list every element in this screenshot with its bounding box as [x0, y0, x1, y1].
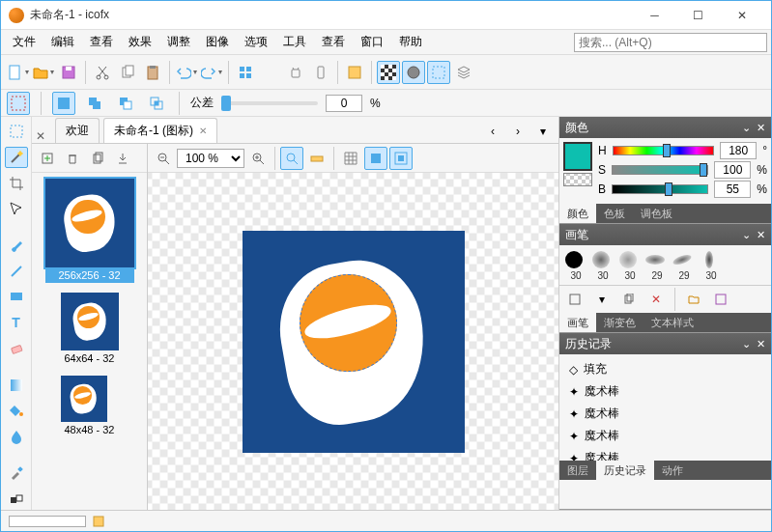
brush-preset[interactable]: 30	[699, 249, 724, 281]
fill-tool[interactable]	[5, 400, 28, 422]
eyedropper-tool[interactable]	[5, 462, 28, 485]
zoom-in-button[interactable]	[246, 147, 270, 170]
mask-button[interactable]	[402, 61, 425, 84]
brush-preset[interactable]: 30	[590, 249, 615, 281]
minimize-button[interactable]: ─	[633, 1, 676, 30]
tab-actions[interactable]: 动作	[654, 461, 691, 480]
bri-value[interactable]	[714, 181, 751, 198]
preview-button[interactable]	[343, 61, 366, 84]
canvas-viewport[interactable]	[148, 173, 558, 510]
brush-preset[interactable]: 30	[563, 249, 588, 281]
brush-new-icon[interactable]	[563, 288, 586, 311]
thumb-48[interactable]: 48x48 - 32	[61, 376, 119, 437]
brush-preset[interactable]: 30	[617, 249, 643, 281]
line-tool[interactable]	[5, 261, 28, 283]
history-item[interactable]: ✦魔术棒	[563, 425, 767, 447]
tab-close-icon[interactable]: ✕	[199, 126, 207, 136]
panel-close-icon[interactable]: ✕	[757, 122, 765, 134]
history-item[interactable]: ✦魔术棒	[563, 380, 767, 403]
menu-window[interactable]: 窗口	[353, 30, 391, 54]
copy-size-button[interactable]	[86, 147, 109, 170]
menu-view2[interactable]: 查看	[314, 30, 353, 54]
redo-button[interactable]: ▾	[200, 61, 223, 84]
brush-tool[interactable]	[5, 235, 28, 257]
sat-value[interactable]	[714, 161, 751, 179]
checker-button[interactable]	[377, 61, 400, 84]
tab-prev-button[interactable]: ‹	[481, 120, 504, 143]
layers-icon[interactable]	[452, 61, 475, 84]
brush-delete-icon[interactable]: ✕	[644, 288, 668, 311]
ruler-button[interactable]	[305, 147, 329, 170]
sel-add-icon[interactable]	[83, 92, 106, 115]
hue-slider[interactable]	[613, 146, 715, 155]
tolerance-slider[interactable]	[221, 101, 318, 105]
center-button[interactable]	[389, 147, 413, 170]
history-item[interactable]: ◇填充	[563, 358, 767, 380]
bounds-button[interactable]	[427, 61, 450, 84]
tab-layers[interactable]: 图层	[559, 461, 596, 480]
magic-wand-tool[interactable]	[5, 147, 28, 169]
panel-collapse-icon[interactable]: ⌄	[742, 122, 751, 134]
add-size-button[interactable]	[36, 147, 59, 170]
menu-effects[interactable]: 效果	[121, 30, 159, 54]
zoom-select[interactable]: 100 %	[177, 149, 244, 168]
brush-tab-gradient[interactable]: 渐变色	[596, 313, 643, 332]
sel-new-icon[interactable]	[52, 92, 75, 115]
brush-grid[interactable]: 30 30 30 29 29 30	[559, 245, 771, 285]
android-icon[interactable]	[284, 61, 307, 84]
menu-edit[interactable]: 编辑	[43, 30, 82, 54]
export-size-button[interactable]	[111, 147, 134, 170]
panel-close-icon[interactable]: ✕	[757, 338, 765, 350]
tab-document[interactable]: 未命名-1 (图标)✕	[103, 118, 217, 143]
copy-button[interactable]	[116, 61, 139, 84]
color-tab-palette[interactable]: 调色板	[633, 204, 680, 223]
cut-button[interactable]	[91, 61, 114, 84]
selection-mode-icon[interactable]	[7, 92, 30, 115]
tab-history[interactable]: 历史记录	[596, 461, 654, 480]
history-item[interactable]: ✦魔术棒	[563, 447, 767, 461]
maximize-button[interactable]: ☐	[676, 1, 720, 30]
open-button[interactable]: ▾	[32, 61, 55, 84]
brush-dup-icon[interactable]	[617, 288, 641, 311]
color-swap-tool[interactable]	[5, 488, 28, 510]
menu-help[interactable]: 帮助	[391, 30, 430, 54]
zoom-tool-button[interactable]	[280, 147, 303, 170]
color-tab-swatches[interactable]: 色板	[596, 204, 633, 223]
brush-preset[interactable]: 29	[672, 249, 697, 281]
menu-adjust[interactable]: 调整	[159, 30, 198, 54]
apple-icon[interactable]	[259, 61, 282, 84]
crop-tool[interactable]	[5, 172, 28, 194]
canvas[interactable]	[243, 231, 465, 453]
color-tab-color[interactable]: 颜色	[559, 204, 596, 223]
thumb-list[interactable]: 256x256 - 32 64x64 - 32 48x48 - 32	[32, 173, 147, 510]
brush-save-icon[interactable]	[709, 288, 732, 311]
paste-button[interactable]	[141, 61, 164, 84]
sel-intersect-icon[interactable]	[145, 92, 168, 115]
menu-view[interactable]: 查看	[82, 30, 121, 54]
history-list[interactable]: ◇填充 ✦魔术棒 ✦魔术棒 ✦魔术棒 ✦魔术棒 ✦魔术棒	[559, 354, 771, 461]
search-input[interactable]	[574, 33, 767, 52]
tab-next-button[interactable]: ›	[506, 120, 529, 143]
brush-menu-icon[interactable]: ▾	[590, 288, 614, 311]
brush-folder-icon[interactable]	[682, 288, 705, 311]
bri-slider[interactable]	[612, 184, 708, 194]
new-button[interactable]: ▾	[7, 61, 30, 84]
save-button[interactable]	[57, 61, 80, 84]
rect-tool[interactable]	[5, 286, 28, 308]
delete-size-button[interactable]	[61, 147, 84, 170]
sat-slider[interactable]	[612, 165, 708, 175]
eraser-tool[interactable]	[5, 337, 28, 359]
tab-welcome[interactable]: 欢迎	[55, 118, 100, 143]
menu-options[interactable]: 选项	[237, 30, 275, 54]
close-button[interactable]: ✕	[720, 1, 763, 30]
thumb-64[interactable]: 64x64 - 32	[61, 293, 119, 366]
thumb-256[interactable]: 256x256 - 32	[45, 179, 134, 283]
undo-button[interactable]: ▾	[175, 61, 198, 84]
tolerance-value[interactable]	[326, 95, 362, 112]
tab-menu-button[interactable]: ▾	[531, 120, 555, 143]
tabs-close-icon[interactable]: ✕	[36, 129, 45, 143]
brush-tab-brush[interactable]: 画笔	[559, 313, 596, 332]
rect-select-tool[interactable]	[5, 121, 28, 143]
sel-sub-icon[interactable]	[114, 92, 137, 115]
menu-file[interactable]: 文件	[5, 30, 43, 54]
